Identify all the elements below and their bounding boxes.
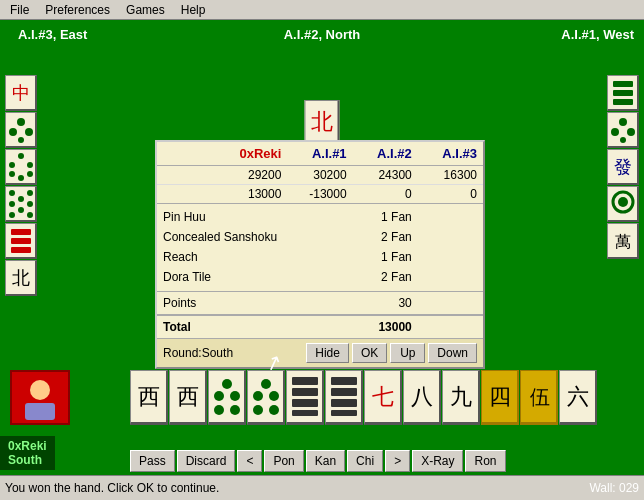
bottom-tiles: 西 西 七 八 九 四 伍 [130, 370, 597, 425]
svg-text:伍: 伍 [530, 386, 550, 408]
right-tile-5: 萬 [607, 223, 639, 259]
score-col-ai2: A.I.#2 [353, 142, 418, 165]
svg-point-10 [18, 175, 24, 181]
svg-point-7 [27, 162, 33, 168]
btile-6[interactable]: 七 [364, 370, 402, 425]
yaku-1-name: Concealed Sanshoku [157, 228, 353, 246]
svg-point-13 [9, 201, 15, 207]
right-tile-1 [607, 75, 639, 111]
status-bar: You won the hand. Click OK to continue. [0, 475, 644, 500]
score-col-label [157, 142, 222, 165]
btile-0[interactable]: 西 [130, 370, 168, 425]
up-button[interactable]: Up [390, 343, 425, 363]
btile-11[interactable]: 六 [559, 370, 597, 425]
player-avatar [10, 370, 70, 425]
left-tile-4 [5, 186, 37, 222]
yaku-row-3: Dora Tile 2 Fan [157, 267, 483, 287]
svg-point-17 [18, 196, 24, 202]
btile-7[interactable]: 八 [403, 370, 441, 425]
left-tile-6: 北 [5, 260, 37, 296]
svg-point-6 [9, 162, 15, 168]
svg-point-40 [214, 405, 224, 415]
left-tile-5 [5, 223, 37, 259]
yaku-3-pad [418, 268, 483, 286]
svg-rect-54 [331, 410, 357, 416]
yaku-0-name: Pin Huu [157, 208, 353, 226]
hide-button[interactable]: Hide [306, 343, 349, 363]
btile-1[interactable]: 西 [169, 370, 207, 425]
score-r1-c3: 24300 [353, 166, 418, 184]
next-button[interactable]: > [385, 450, 410, 472]
svg-rect-23 [613, 81, 633, 87]
svg-rect-49 [292, 399, 318, 407]
right-tile-2 [607, 112, 639, 148]
yaku-row-0: Pin Huu 1 Fan [157, 207, 483, 227]
yaku-3-fan: 2 Fan [353, 268, 418, 286]
svg-point-37 [222, 379, 232, 389]
chi-button[interactable]: Chi [347, 450, 383, 472]
left-tile-1: 中 [5, 75, 37, 111]
svg-text:發: 發 [614, 157, 632, 177]
score-r1-c4: 16300 [418, 166, 483, 184]
btile-3[interactable] [247, 370, 285, 425]
score-r2-c3: 0 [353, 185, 418, 203]
btile-8[interactable]: 九 [442, 370, 480, 425]
ron-button[interactable]: Ron [465, 450, 505, 472]
btile-2[interactable] [208, 370, 246, 425]
pon-button[interactable]: Pon [264, 450, 303, 472]
north-tile: 北 [305, 100, 340, 145]
player-east-label: A.I.#3, East [18, 27, 87, 42]
btile-9[interactable]: 四 [481, 370, 519, 425]
svg-point-29 [620, 137, 626, 143]
score-r1-c0 [157, 166, 222, 184]
menu-file[interactable]: File [2, 1, 37, 19]
yaku-0-pad [418, 208, 483, 226]
score-round-row: Round:South Hide OK Up Down [157, 338, 483, 367]
discard-button[interactable]: Discard [177, 450, 236, 472]
yaku-1-pad [418, 228, 483, 246]
player-west-label: A.I.#1, West [561, 27, 634, 42]
points-pad [418, 294, 483, 312]
score-row-1: 29200 30200 24300 16300 [157, 166, 483, 185]
prev-button[interactable]: < [237, 450, 262, 472]
svg-text:北: 北 [12, 268, 30, 288]
svg-point-4 [18, 137, 24, 143]
svg-point-44 [269, 391, 279, 401]
svg-point-5 [18, 153, 24, 159]
score-dialog: 0xReki A.I.#1 A.I.#2 A.I.#3 29200 30200 … [155, 140, 485, 369]
svg-rect-19 [11, 229, 31, 235]
wall-count: Wall: 029 [589, 481, 639, 495]
kan-button[interactable]: Kan [306, 450, 345, 472]
svg-rect-25 [613, 99, 633, 105]
svg-point-45 [253, 405, 263, 415]
svg-point-18 [18, 207, 24, 213]
svg-rect-24 [613, 90, 633, 96]
down-button[interactable]: Down [428, 343, 477, 363]
score-r1-c2: 30200 [287, 166, 352, 184]
round-label: Round:South [163, 346, 233, 360]
ok-button[interactable]: OK [352, 343, 387, 363]
svg-rect-51 [331, 377, 357, 385]
svg-point-9 [27, 171, 33, 177]
svg-point-46 [269, 405, 279, 415]
xray-button[interactable]: X-Ray [412, 450, 463, 472]
score-col-ai1: A.I.#1 [287, 142, 352, 165]
menu-games[interactable]: Games [118, 1, 173, 19]
btile-10[interactable]: 伍 [520, 370, 558, 425]
pass-button[interactable]: Pass [130, 450, 175, 472]
svg-rect-52 [331, 388, 357, 396]
yaku-2-fan: 1 Fan [353, 248, 418, 266]
score-total-row: Total 13000 [157, 314, 483, 338]
svg-point-1 [17, 118, 25, 126]
menu-preferences[interactable]: Preferences [37, 1, 118, 19]
svg-rect-48 [292, 388, 318, 396]
score-r2-c4: 0 [418, 185, 483, 203]
menu-help[interactable]: Help [173, 1, 214, 19]
score-r2-c0 [157, 185, 222, 203]
btile-5[interactable] [325, 370, 363, 425]
svg-point-32 [618, 197, 628, 207]
points-label: Points [157, 294, 353, 312]
svg-point-8 [9, 171, 15, 177]
btile-4[interactable] [286, 370, 324, 425]
score-col-ai3: A.I.#3 [418, 142, 483, 165]
